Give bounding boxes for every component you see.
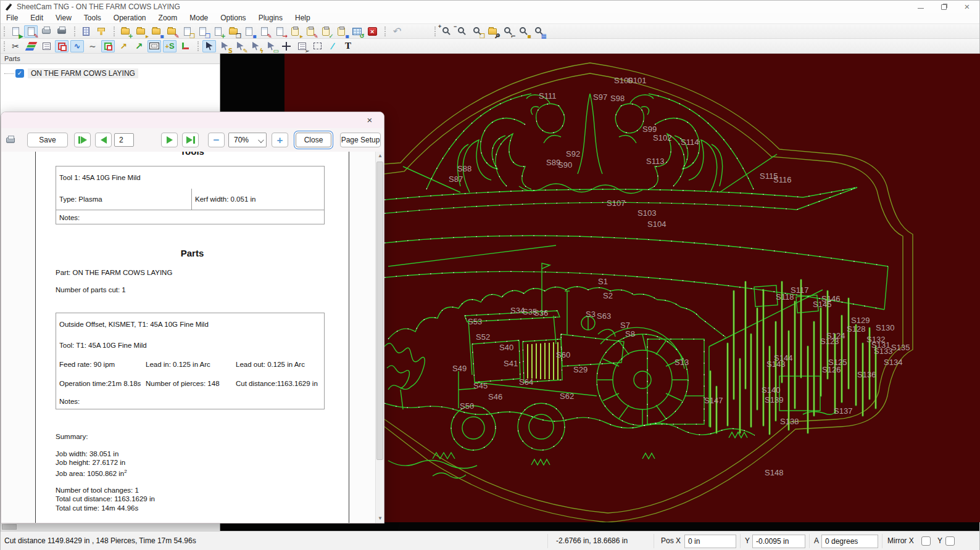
close-button[interactable]: × [963,3,971,10]
delete-part-icon[interactable]: × [365,25,379,38]
new-part-icon[interactable]: + [118,25,132,38]
angle-field[interactable]: 0 degrees [821,535,878,548]
toolbar-grip[interactable] [74,27,77,36]
menu-mode[interactable]: Mode [183,13,214,24]
menu-edit[interactable]: Edit [24,13,49,24]
menu-operation[interactable]: Operation [107,13,152,24]
toolbar-grip[interactable] [197,41,201,51]
measure-icon[interactable]: ∕ [326,40,339,52]
save-part-icon[interactable]: ▪ [149,25,163,38]
drawing-options-icon[interactable]: ✎ [257,25,271,38]
nest-parts-icon[interactable]: ✂ [9,40,22,52]
material-plate[interactable]: S111S97S98S100S101S99S102S107S103S104S92… [284,54,980,522]
verify-job-icon[interactable]: ✓ [319,25,333,38]
toolbar-grip[interactable] [114,27,117,36]
menu-tools[interactable]: Tools [78,13,107,24]
zoom-box-icon[interactable]: ➢ [295,40,309,52]
page-setup-button[interactable]: Page Setup [340,133,381,147]
lead-inout-icon[interactable] [178,40,192,52]
layers-icon[interactable] [24,40,38,52]
zoom-extents-icon[interactable]: ⌐ [501,25,515,38]
select-start-point-icon[interactable]: S [218,40,231,52]
edit-path-icon[interactable]: ✎ [233,40,247,52]
zoom-level-select[interactable]: 70% [228,133,267,147]
mirror-y-checkbox[interactable] [945,536,955,546]
save-job-icon[interactable]: ▪ [334,25,348,38]
import-drawing-icon[interactable]: → [273,25,286,38]
scroll-down-icon[interactable]: ▼ [376,514,384,523]
estimate-icon[interactable] [79,25,93,38]
menu-help[interactable]: Help [289,13,317,24]
contour-paths-icon[interactable] [55,40,69,52]
part-checkbox[interactable]: ✓ [15,69,24,78]
menu-options[interactable]: Options [214,13,252,24]
toolbar-grip[interactable] [4,27,7,36]
plot-icon[interactable] [55,25,69,38]
copy-drawing-icon[interactable]: ❐ [226,25,240,38]
maximize-button[interactable] [941,4,947,10]
job-options2-icon[interactable]: ✎ [304,25,317,38]
menu-file[interactable]: File [1,13,24,24]
rotate-part-icon[interactable]: ↗ [132,40,146,52]
previous-page-button[interactable] [95,133,112,147]
toolbar-grip[interactable] [4,41,7,51]
quick-edit-icon[interactable]: ϟ [249,40,262,52]
minimize-button[interactable] [918,5,924,9]
zoom-in-icon[interactable]: + [439,25,453,38]
part-tree-item[interactable]: ✓ ON THE FARM COWS LAYING [4,68,220,78]
duplicate-part-icon[interactable]: ❐ [196,25,209,38]
next-page-button[interactable] [161,133,178,147]
zoom-previous-icon[interactable]: ❐ [470,25,484,38]
zoom-out-icon[interactable]: − [455,25,468,38]
selection-marquee-icon[interactable] [310,40,324,52]
dialog-close-icon[interactable]: × [362,115,378,126]
toolbar-grip[interactable] [434,27,438,36]
add-drawing-icon[interactable]: + [211,25,225,38]
edit-parts-icon[interactable] [101,40,115,52]
posx-field[interactable]: 0 in [684,535,736,548]
open-part-icon[interactable]: ▸ [134,25,147,38]
refresh-table-icon[interactable]: ↺ [350,25,363,38]
pan-view-icon[interactable] [280,40,293,52]
save-button[interactable]: Save [27,133,68,147]
machine-bounds-icon[interactable] [147,40,161,52]
insert-text-icon[interactable]: T [341,40,355,52]
post-processor-icon[interactable] [94,25,108,38]
part-options-icon[interactable]: ✎ [165,25,178,38]
menu-plugins[interactable]: Plugins [252,13,289,24]
job-notes-icon[interactable] [39,40,53,52]
print-icon[interactable] [39,25,53,38]
scroll-up-icon[interactable]: ▲ [376,152,384,160]
move-part-icon[interactable]: ↗ [117,40,130,52]
undo-icon[interactable]: ↶ [389,25,403,38]
zoom-drawing-icon[interactable]: ▪ [517,25,530,38]
zoom-machine-icon[interactable]: ▦ [532,25,546,38]
parts-hscroll-thumb[interactable] [2,524,17,530]
page-number-input[interactable]: 2 [114,133,134,147]
preview-vscrollbar[interactable]: ▲ ▼ [375,152,384,523]
last-page-button[interactable] [182,133,199,147]
edit-nodes-icon[interactable]: ∿ [70,40,84,52]
posy-field[interactable]: -0.0095 in [752,535,805,548]
select-contour-icon[interactable]: ▭ [264,40,278,52]
toolbar-grip[interactable] [384,27,388,36]
vscroll-thumb[interactable] [376,162,383,460]
zoom-out-button[interactable]: − [208,133,225,147]
mirror-x-checkbox[interactable] [921,536,931,546]
zoom-parts-icon[interactable]: 🔎︎ [486,25,499,38]
menu-view[interactable]: View [49,13,78,24]
first-page-button[interactable] [74,133,91,147]
zoom-in-button[interactable]: + [272,133,288,147]
close-preview-button[interactable]: Close [296,133,331,147]
copy-part-icon[interactable]: ❐ [180,25,194,38]
edit-splines-icon[interactable]: ∼ [86,40,99,52]
job-edit-icon[interactable]: ✎ [24,25,38,38]
dialog-print-icon[interactable] [2,134,19,146]
toolpath-drawing[interactable]: S111S97S98S100S101S99S102S107S103S104S92… [284,54,980,522]
start-points-icon[interactable]: +S [163,40,176,52]
save-drawing-icon[interactable]: ▪ [242,25,255,38]
simulation-icon[interactable]: ▶ [9,25,22,38]
parts-hscrollbar[interactable] [1,522,220,531]
open-job-icon[interactable]: ▸ [288,25,302,38]
menu-zoom[interactable]: Zoom [152,13,184,24]
